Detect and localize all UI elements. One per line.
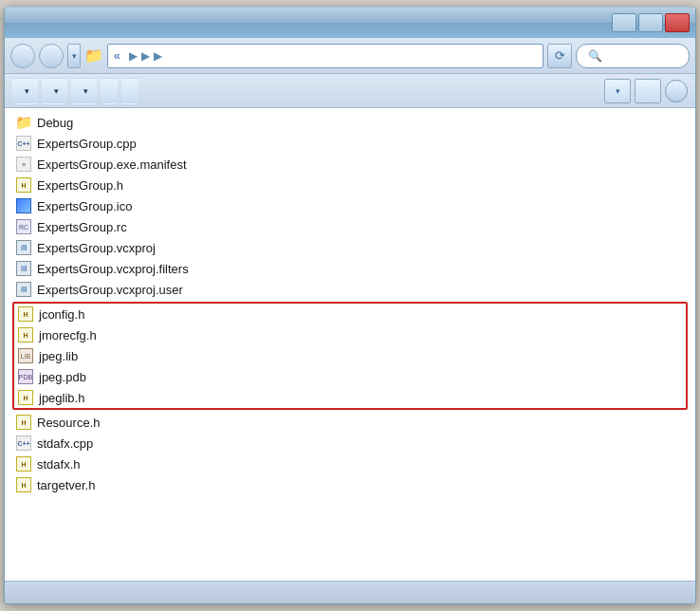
breadcrumb-sep-2: ▶ bbox=[141, 49, 150, 63]
share-button[interactable]: ▾ bbox=[71, 78, 97, 104]
file-name: jpeg.lib bbox=[39, 349, 682, 363]
file-name: jconfig.h bbox=[39, 307, 682, 322]
status-bar bbox=[5, 581, 695, 603]
address-bar: ▾ 📁 « ▶ ▶ ▶ ⟳ 🔍 bbox=[5, 38, 695, 74]
list-item[interactable]: ▤ExpertsGroup.vcxproj.filters bbox=[5, 258, 695, 279]
close-button[interactable] bbox=[665, 13, 690, 32]
file-items-before: 📁DebugC++ExpertsGroup.cpp≡ExpertsGroup.e… bbox=[5, 112, 695, 300]
file-name: targetver.h bbox=[37, 478, 684, 492]
preview-pane-button[interactable] bbox=[635, 79, 661, 103]
list-item[interactable]: Hstdafx.h bbox=[5, 454, 695, 474]
file-name: stdafx.cpp bbox=[37, 436, 684, 451]
file-name: ExpertsGroup.vcxproj bbox=[37, 241, 684, 255]
file-name: ExpertsGroup.exe.manifest bbox=[37, 157, 684, 172]
minimize-button[interactable] bbox=[612, 13, 636, 32]
file-items-after: HResource.hC++stdafx.cppHstdafx.hHtarget… bbox=[5, 412, 695, 495]
organize-chevron: ▾ bbox=[25, 86, 29, 96]
list-item[interactable]: RCExpertsGroup.rc bbox=[5, 216, 695, 237]
title-bar bbox=[5, 8, 695, 38]
file-name: ExpertsGroup.vcxproj.user bbox=[37, 283, 684, 297]
list-item[interactable]: HResource.h bbox=[5, 412, 695, 433]
file-name: ExpertsGroup.cpp bbox=[37, 137, 684, 151]
window: ▾ 📁 « ▶ ▶ ▶ ⟳ 🔍 ▾ ▾ ▾ bbox=[4, 7, 696, 604]
file-name: stdafx.h bbox=[37, 457, 684, 472]
include-library-button[interactable]: ▾ bbox=[42, 78, 67, 104]
list-item[interactable]: Htargetver.h bbox=[5, 474, 695, 495]
toolbar-right: ▾ bbox=[604, 79, 688, 103]
list-item[interactable]: C++stdafx.cpp bbox=[5, 433, 695, 454]
breadcrumb-sep-1: ▶ bbox=[129, 49, 138, 63]
burn-button[interactable] bbox=[101, 78, 118, 104]
folder-icon: 📁 bbox=[84, 46, 103, 65]
title-buttons bbox=[612, 13, 690, 32]
forward-button[interactable] bbox=[39, 44, 64, 68]
file-name: jmorecfg.h bbox=[39, 328, 682, 343]
view-grid-button[interactable]: ▾ bbox=[604, 79, 631, 103]
list-item[interactable]: Hjpeglib.h bbox=[14, 387, 686, 408]
file-name: Resource.h bbox=[37, 416, 684, 430]
list-item[interactable]: Hjmorecfg.h bbox=[14, 324, 686, 345]
list-item[interactable]: ▤ExpertsGroup.vcxproj bbox=[5, 237, 695, 258]
file-name: ExpertsGroup.rc bbox=[37, 220, 684, 234]
list-item[interactable]: Hjconfig.h bbox=[14, 304, 686, 324]
file-name: ExpertsGroup.vcxproj.filters bbox=[37, 262, 684, 276]
maximize-button[interactable] bbox=[638, 13, 663, 32]
history-dropdown[interactable]: ▾ bbox=[67, 44, 81, 68]
list-item[interactable]: ≡ExpertsGroup.exe.manifest bbox=[5, 154, 695, 175]
list-item[interactable]: 📁Debug bbox=[5, 112, 695, 133]
view-chevron: ▾ bbox=[616, 86, 620, 96]
list-item[interactable]: ExpertsGroup.ico bbox=[5, 195, 695, 216]
list-item[interactable]: HExpertsGroup.h bbox=[5, 175, 695, 195]
toolbar: ▾ ▾ ▾ ▾ bbox=[5, 74, 695, 108]
file-name: ExpertsGroup.ico bbox=[37, 199, 684, 213]
back-button[interactable] bbox=[10, 44, 35, 68]
organize-button[interactable]: ▾ bbox=[12, 78, 38, 104]
library-chevron: ▾ bbox=[54, 86, 59, 96]
list-item[interactable]: C++ExpertsGroup.cpp bbox=[5, 133, 695, 154]
file-name: Debug bbox=[37, 116, 684, 130]
more-button[interactable] bbox=[121, 78, 138, 104]
breadcrumb-sep-3: ▶ bbox=[154, 49, 162, 63]
file-name: jpeg.pdb bbox=[39, 370, 682, 384]
list-item[interactable]: PDBjpeg.pdb bbox=[14, 366, 686, 387]
breadcrumb-1[interactable]: « bbox=[114, 49, 120, 63]
help-button[interactable] bbox=[665, 80, 688, 102]
file-name: jpeglib.h bbox=[39, 391, 682, 405]
search-icon: 🔍 bbox=[588, 49, 602, 63]
selected-items: Hjconfig.hHjmorecfg.hLIBjpeg.libPDBjpeg.… bbox=[14, 304, 686, 408]
selected-group: Hjconfig.hHjmorecfg.hLIBjpeg.libPDBjpeg.… bbox=[12, 302, 688, 410]
refresh-button[interactable]: ⟳ bbox=[547, 44, 572, 68]
list-item[interactable]: ▤ExpertsGroup.vcxproj.user bbox=[5, 279, 695, 300]
list-item[interactable]: LIBjpeg.lib bbox=[14, 345, 686, 366]
file-name: ExpertsGroup.h bbox=[37, 178, 684, 193]
file-list: 📁DebugC++ExpertsGroup.cpp≡ExpertsGroup.e… bbox=[5, 108, 695, 581]
search-box[interactable]: 🔍 bbox=[576, 44, 690, 68]
address-path[interactable]: « ▶ ▶ ▶ bbox=[107, 44, 543, 68]
share-chevron: ▾ bbox=[83, 86, 88, 96]
